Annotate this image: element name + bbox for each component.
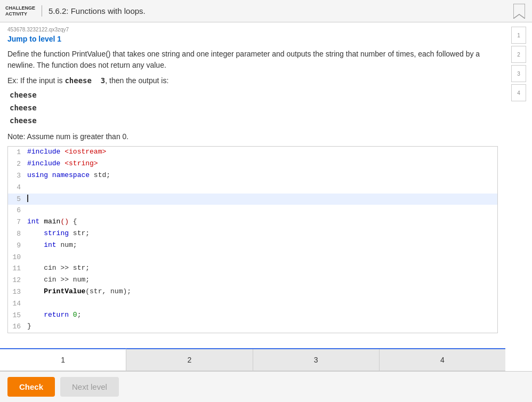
level-tabs: 1 2 3 4 bbox=[0, 348, 505, 371]
output-line-1: cheese bbox=[10, 89, 498, 102]
side-level-4-label: 4 bbox=[517, 90, 520, 96]
side-level-3[interactable]: 3 bbox=[511, 65, 526, 82]
code-line-4: 4 bbox=[8, 182, 497, 194]
code-line-11: 11 cin >> str; bbox=[8, 263, 497, 275]
line-code-9: int num; bbox=[25, 240, 497, 251]
line-code-16: } bbox=[25, 321, 497, 332]
example-suffix: , then the output is: bbox=[105, 76, 168, 85]
line-num-9: 9 bbox=[8, 240, 25, 252]
line-code-8: string str; bbox=[25, 228, 497, 239]
jump-to-level-link[interactable]: Jump to level 1 bbox=[7, 35, 61, 43]
side-level-panel: 1 2 3 4 bbox=[505, 22, 532, 101]
description-text: Define the function PrintValue() that ta… bbox=[7, 49, 498, 71]
line-num-1: 1 bbox=[8, 147, 25, 158]
page-title: 5.6.2: Functions with loops. bbox=[49, 6, 512, 15]
code-editor[interactable]: 1 #include <iostream> 2 #include <string… bbox=[7, 146, 498, 333]
side-level-4[interactable]: 4 bbox=[511, 84, 526, 101]
line-code-1: #include <iostream> bbox=[25, 147, 497, 158]
tab-1[interactable]: 1 bbox=[0, 348, 126, 371]
code-line-13: 13 PrintValue(str, num); bbox=[8, 286, 497, 298]
code-line-1: 1 #include <iostream> bbox=[8, 147, 497, 158]
line-code-12: cin >> num; bbox=[25, 275, 497, 286]
code-line-7: 7 int main() { bbox=[8, 216, 497, 228]
bookmark-icon[interactable] bbox=[512, 2, 527, 20]
line-code-13: PrintValue(str, num); bbox=[25, 286, 497, 298]
line-code-7: int main() { bbox=[25, 216, 497, 228]
tab-3[interactable]: 3 bbox=[253, 349, 380, 371]
line-num-10: 10 bbox=[8, 252, 25, 263]
line-code-4 bbox=[25, 182, 497, 193]
code-line-5: 5 bbox=[8, 194, 497, 205]
line-num-4: 4 bbox=[8, 182, 25, 194]
line-num-3: 3 bbox=[8, 170, 25, 182]
line-num-16: 16 bbox=[8, 321, 25, 333]
code-line-6: 6 bbox=[8, 205, 497, 216]
side-level-3-label: 3 bbox=[517, 71, 520, 77]
line-num-5: 5 bbox=[8, 194, 25, 205]
line-code-5 bbox=[25, 194, 497, 205]
code-line-12: 12 cin >> num; bbox=[8, 275, 497, 286]
line-num-2: 2 bbox=[8, 158, 25, 170]
example-code: cheese 3 bbox=[65, 76, 105, 85]
side-level-2[interactable]: 2 bbox=[511, 46, 526, 63]
line-code-3: using namespace std; bbox=[25, 170, 497, 181]
output-example: cheese cheese cheese bbox=[7, 89, 498, 127]
example-prefix: Ex: If the input is bbox=[7, 76, 65, 85]
line-code-10 bbox=[25, 252, 497, 263]
code-line-9: 9 int num; bbox=[8, 240, 497, 252]
tab-2[interactable]: 2 bbox=[126, 349, 253, 371]
line-num-6: 6 bbox=[8, 205, 25, 216]
output-line-2: cheese bbox=[10, 102, 498, 115]
challenge-text: CHALLENGE bbox=[5, 5, 35, 11]
code-line-2: 2 #include <string> bbox=[8, 158, 497, 170]
code-line-10: 10 bbox=[8, 252, 497, 263]
next-level-button: Next level bbox=[60, 377, 119, 397]
check-button[interactable]: Check bbox=[7, 377, 55, 397]
code-line-15: 15 return 0; bbox=[8, 310, 497, 321]
code-line-16: 16 } bbox=[8, 321, 497, 333]
line-code-2: #include <string> bbox=[25, 158, 497, 170]
tab-4[interactable]: 4 bbox=[380, 349, 505, 371]
output-line-3: cheese bbox=[10, 115, 498, 127]
svg-marker-0 bbox=[513, 4, 525, 19]
line-code-15: return 0; bbox=[25, 310, 497, 321]
code-line-3: 3 using namespace std; bbox=[8, 170, 497, 182]
line-num-11: 11 bbox=[8, 263, 25, 275]
line-code-14 bbox=[25, 298, 497, 309]
side-level-1[interactable]: 1 bbox=[511, 27, 526, 44]
line-code-11: cin >> str; bbox=[25, 263, 497, 274]
header-label: CHALLENGE ACTIVITY bbox=[5, 5, 42, 17]
side-level-1-label: 1 bbox=[517, 33, 520, 38]
header-bar: CHALLENGE ACTIVITY 5.6.2: Functions with… bbox=[0, 0, 532, 22]
code-line-8: 8 string str; bbox=[8, 228, 497, 240]
note-text: Note: Assume num is greater than 0. bbox=[7, 132, 498, 141]
example-text: Ex: If the input is cheese 3, then the o… bbox=[7, 76, 498, 85]
activity-text: ACTIVITY bbox=[5, 11, 35, 17]
line-num-8: 8 bbox=[8, 228, 25, 240]
activity-id: 453678.3232122.qx3zqy7 bbox=[7, 27, 498, 33]
line-num-15: 15 bbox=[8, 310, 25, 321]
main-content: 453678.3232122.qx3zqy7 Jump to level 1 D… bbox=[0, 22, 505, 343]
code-line-14: 14 bbox=[8, 298, 497, 310]
line-num-7: 7 bbox=[8, 216, 25, 228]
line-num-12: 12 bbox=[8, 275, 25, 286]
bottom-bar: Check Next level bbox=[0, 371, 532, 402]
line-num-14: 14 bbox=[8, 298, 25, 310]
line-num-13: 13 bbox=[8, 286, 25, 298]
side-level-2-label: 2 bbox=[517, 52, 520, 58]
line-code-6 bbox=[25, 205, 497, 216]
